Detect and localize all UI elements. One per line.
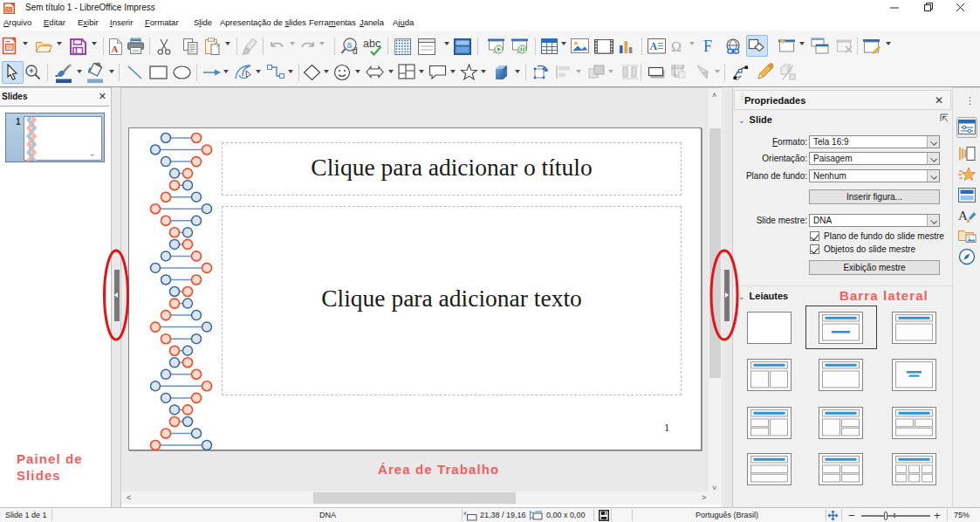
svg-text:A: A [958,209,968,223]
svg-text:A: A [650,40,658,52]
svg-text:A: A [112,44,119,54]
svg-text:Ω: Ω [671,39,682,54]
svg-text:F: F [703,38,712,55]
svg-text:a: a [347,40,353,50]
svg-text:d: d [353,46,358,56]
svg-text:abc: abc [363,38,380,50]
